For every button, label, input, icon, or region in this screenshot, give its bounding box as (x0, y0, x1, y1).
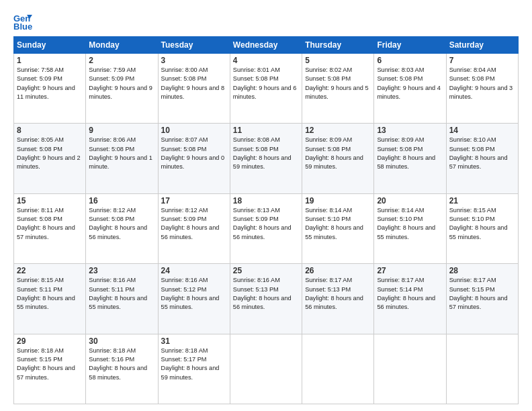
day-number: 7 (449, 56, 515, 65)
day-info: Sunrise: 8:16 AMSunset: 5:12 PMDaylight:… (161, 276, 227, 312)
calendar-cell: 23Sunrise: 8:16 AMSunset: 5:11 PMDayligh… (86, 264, 158, 334)
calendar-cell: 5Sunrise: 8:02 AMSunset: 5:08 PMDaylight… (302, 54, 374, 124)
day-number: 1 (17, 56, 83, 65)
dow-header-thursday: Thursday (302, 37, 374, 54)
dow-header-friday: Friday (374, 37, 446, 54)
calendar-cell: 22Sunrise: 8:15 AMSunset: 5:11 PMDayligh… (14, 264, 86, 334)
day-info: Sunrise: 8:17 AMSunset: 5:14 PMDaylight:… (377, 276, 443, 312)
day-number: 2 (89, 56, 154, 65)
day-info: Sunrise: 8:08 AMSunset: 5:08 PMDaylight:… (233, 136, 299, 171)
dow-header-tuesday: Tuesday (158, 37, 230, 54)
day-info: Sunrise: 8:16 AMSunset: 5:13 PMDaylight:… (233, 276, 299, 312)
day-number: 3 (161, 56, 227, 65)
calendar-cell: 28Sunrise: 8:17 AMSunset: 5:15 PMDayligh… (446, 264, 518, 334)
week-row-5: 29Sunrise: 8:18 AMSunset: 5:15 PMDayligh… (14, 334, 519, 404)
calendar-cell: 1Sunrise: 7:58 AMSunset: 5:09 PMDaylight… (14, 54, 86, 124)
day-number: 6 (377, 56, 443, 65)
calendar-cell: 9Sunrise: 8:06 AMSunset: 5:08 PMDaylight… (86, 124, 158, 193)
day-number: 25 (233, 266, 299, 275)
day-info: Sunrise: 8:12 AMSunset: 5:08 PMDaylight:… (89, 206, 154, 242)
week-row-2: 8Sunrise: 8:05 AMSunset: 5:08 PMDaylight… (14, 124, 519, 193)
day-number: 13 (377, 126, 443, 135)
day-number: 8 (17, 126, 83, 135)
day-info: Sunrise: 8:07 AMSunset: 5:08 PMDaylight:… (161, 136, 227, 171)
day-info: Sunrise: 8:14 AMSunset: 5:10 PMDaylight:… (377, 206, 443, 242)
day-info: Sunrise: 8:13 AMSunset: 5:09 PMDaylight:… (233, 206, 299, 242)
day-info: Sunrise: 7:58 AMSunset: 5:09 PMDaylight:… (17, 66, 83, 101)
dow-header-wednesday: Wednesday (230, 37, 302, 54)
day-info: Sunrise: 8:14 AMSunset: 5:10 PMDaylight:… (305, 206, 371, 242)
logo: Gen Blue (13, 12, 34, 31)
week-row-3: 15Sunrise: 8:11 AMSunset: 5:08 PMDayligh… (14, 193, 519, 263)
day-number: 21 (449, 196, 515, 205)
calendar-cell: 14Sunrise: 8:10 AMSunset: 5:08 PMDayligh… (446, 124, 518, 193)
day-info: Sunrise: 8:11 AMSunset: 5:08 PMDaylight:… (17, 206, 83, 242)
calendar-cell (374, 334, 446, 404)
day-number: 17 (161, 196, 227, 205)
day-number: 28 (449, 266, 515, 275)
day-info: Sunrise: 8:09 AMSunset: 5:08 PMDaylight:… (377, 136, 443, 171)
calendar-cell: 20Sunrise: 8:14 AMSunset: 5:10 PMDayligh… (374, 193, 446, 263)
day-number: 24 (161, 266, 227, 275)
day-info: Sunrise: 8:18 AMSunset: 5:16 PMDaylight:… (89, 347, 154, 382)
day-number: 23 (89, 266, 154, 275)
calendar-cell (302, 334, 374, 404)
calendar-cell: 2Sunrise: 7:59 AMSunset: 5:09 PMDaylight… (86, 54, 158, 124)
calendar-page: Gen Blue SundayMondayTuesdayWednesdayThu… (0, 0, 532, 411)
calendar-cell (446, 334, 518, 404)
day-number: 19 (305, 196, 371, 205)
day-number: 18 (233, 196, 299, 205)
day-info: Sunrise: 8:06 AMSunset: 5:08 PMDaylight:… (89, 136, 154, 171)
calendar-cell: 27Sunrise: 8:17 AMSunset: 5:14 PMDayligh… (374, 264, 446, 334)
calendar-cell: 24Sunrise: 8:16 AMSunset: 5:12 PMDayligh… (158, 264, 230, 334)
day-number: 11 (233, 126, 299, 135)
calendar-cell: 11Sunrise: 8:08 AMSunset: 5:08 PMDayligh… (230, 124, 302, 193)
calendar-cell: 6Sunrise: 8:03 AMSunset: 5:08 PMDaylight… (374, 54, 446, 124)
day-info: Sunrise: 8:04 AMSunset: 5:08 PMDaylight:… (449, 66, 515, 101)
dow-header-sunday: Sunday (14, 37, 86, 54)
week-row-1: 1Sunrise: 7:58 AMSunset: 5:09 PMDaylight… (14, 54, 519, 124)
day-info: Sunrise: 8:16 AMSunset: 5:11 PMDaylight:… (89, 276, 154, 312)
day-number: 27 (377, 266, 443, 275)
day-info: Sunrise: 8:02 AMSunset: 5:08 PMDaylight:… (305, 66, 371, 101)
day-number: 16 (89, 196, 154, 205)
day-info: Sunrise: 8:17 AMSunset: 5:13 PMDaylight:… (305, 276, 371, 312)
calendar-cell: 21Sunrise: 8:15 AMSunset: 5:10 PMDayligh… (446, 193, 518, 263)
dow-header-monday: Monday (86, 37, 158, 54)
day-info: Sunrise: 8:15 AMSunset: 5:11 PMDaylight:… (17, 276, 83, 312)
day-number: 29 (17, 336, 83, 346)
calendar-cell: 29Sunrise: 8:18 AMSunset: 5:15 PMDayligh… (14, 334, 86, 404)
calendar-cell: 3Sunrise: 8:00 AMSunset: 5:08 PMDaylight… (158, 54, 230, 124)
day-number: 14 (449, 126, 515, 135)
calendar-cell: 30Sunrise: 8:18 AMSunset: 5:16 PMDayligh… (86, 334, 158, 404)
day-number: 22 (17, 266, 83, 275)
day-info: Sunrise: 8:00 AMSunset: 5:08 PMDaylight:… (161, 66, 227, 101)
day-info: Sunrise: 8:03 AMSunset: 5:08 PMDaylight:… (377, 66, 443, 101)
calendar-cell: 18Sunrise: 8:13 AMSunset: 5:09 PMDayligh… (230, 193, 302, 263)
calendar-body: 1Sunrise: 7:58 AMSunset: 5:09 PMDaylight… (14, 54, 519, 404)
calendar-cell: 19Sunrise: 8:14 AMSunset: 5:10 PMDayligh… (302, 193, 374, 263)
calendar-cell: 31Sunrise: 8:18 AMSunset: 5:17 PMDayligh… (158, 334, 230, 404)
day-info: Sunrise: 7:59 AMSunset: 5:09 PMDaylight:… (89, 66, 154, 101)
header: Gen Blue (13, 12, 519, 31)
calendar-cell: 4Sunrise: 8:01 AMSunset: 5:08 PMDaylight… (230, 54, 302, 124)
day-number: 4 (233, 56, 299, 65)
day-info: Sunrise: 8:01 AMSunset: 5:08 PMDaylight:… (233, 66, 299, 101)
calendar-table: SundayMondayTuesdayWednesdayThursdayFrid… (13, 36, 519, 404)
day-number: 5 (305, 56, 371, 65)
calendar-cell: 13Sunrise: 8:09 AMSunset: 5:08 PMDayligh… (374, 124, 446, 193)
day-number: 30 (89, 336, 154, 346)
week-row-4: 22Sunrise: 8:15 AMSunset: 5:11 PMDayligh… (14, 264, 519, 334)
svg-text:Blue: Blue (13, 21, 32, 31)
calendar-cell (230, 334, 302, 404)
logo-icon: Gen Blue (13, 12, 32, 31)
days-of-week-row: SundayMondayTuesdayWednesdayThursdayFrid… (14, 37, 519, 54)
dow-header-saturday: Saturday (446, 37, 518, 54)
calendar-cell: 16Sunrise: 8:12 AMSunset: 5:08 PMDayligh… (86, 193, 158, 263)
day-number: 26 (305, 266, 371, 275)
calendar-cell: 12Sunrise: 8:09 AMSunset: 5:08 PMDayligh… (302, 124, 374, 193)
calendar-cell: 26Sunrise: 8:17 AMSunset: 5:13 PMDayligh… (302, 264, 374, 334)
calendar-cell: 17Sunrise: 8:12 AMSunset: 5:09 PMDayligh… (158, 193, 230, 263)
day-number: 31 (161, 336, 227, 346)
day-info: Sunrise: 8:18 AMSunset: 5:15 PMDaylight:… (17, 347, 83, 382)
